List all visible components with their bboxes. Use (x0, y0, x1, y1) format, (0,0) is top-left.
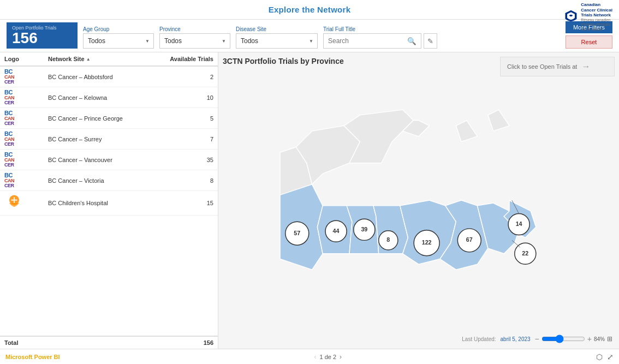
cell-trials-1: 10 (170, 94, 213, 101)
cell-site-2: BC Cancer – Prince George (48, 115, 170, 122)
search-icon-button[interactable]: 🔍 (403, 35, 421, 47)
map-info-text: Click to see Open Trials at (507, 63, 577, 70)
search-wrapper: Trial Full Title 🔍 ✎ (323, 26, 437, 49)
bubble-sk-text: 39 (361, 225, 367, 232)
col-logo: Logo (4, 56, 48, 62)
col-site: Network Site ▲ (48, 56, 170, 62)
footer-total-label: Total (4, 339, 18, 346)
right-panel: 3CTN Portfolio Trials by Province Click … (218, 52, 619, 349)
bc-cancer-logo-2: BC CAN CER (4, 110, 14, 126)
bubble-qc-text: 67 (466, 236, 473, 243)
zoom-slider[interactable] (541, 335, 585, 343)
table-header: Logo Network Site ▲ Available Trials (0, 52, 218, 67)
map-container: .province { fill: #a8c8e8; stroke: #fff;… (223, 72, 615, 333)
search-input[interactable] (324, 35, 403, 47)
cell-site-3: BC Cancer – Surrey (48, 136, 170, 142)
bc-cancer-logo-1: BC CAN CER (4, 89, 14, 105)
bottom-bar: Microsoft Power BI ‹ 1 de 2 › ⬡ ⤢ (0, 349, 619, 364)
powerbi-link[interactable]: Microsoft Power BI (5, 354, 60, 360)
cell-trials-3: 7 (170, 136, 213, 142)
bubble-atl2-text: 22 (522, 249, 528, 256)
bc-cancer-logo-4: BC CAN CER (4, 152, 14, 168)
age-group-label: Age Group (83, 26, 154, 32)
cell-site-6: BC Children's Hospital (48, 200, 170, 206)
footer-count: 156 (204, 339, 213, 346)
cell-trials-5: 8 (170, 177, 213, 184)
map-expand-icon-button[interactable]: ⊞ (607, 335, 612, 343)
cell-logo-0: BC CAN CER (4, 69, 48, 85)
bubble-mb-text: 8 (386, 236, 390, 243)
logo-text: CanadianCancer ClinicalTrials Network Ré… (581, 2, 612, 32)
cell-logo-1: BC CAN CER (4, 89, 48, 105)
search-input-wrap: 🔍 (323, 33, 421, 49)
bubble-on-text: 122 (422, 239, 432, 246)
cell-site-1: BC Cancer – Kelowna (48, 94, 170, 101)
province-label: Province (159, 26, 230, 32)
canada-map[interactable]: .province { fill: #a8c8e8; stroke: #fff;… (260, 88, 577, 318)
top-bar: Explore the Network CanadianCancer Clini… (0, 0, 619, 20)
cell-logo-2: BC CAN CER (4, 110, 48, 126)
filter-bar: Open Portfolio Trials 156 Age Group Todo… (0, 20, 619, 52)
bubble-atl1-text: 14 (516, 220, 522, 226)
cell-trials-2: 5 (170, 115, 213, 122)
cell-site-4: BC Cancer – Vancouver (48, 157, 170, 163)
col-trials: Available Trials (170, 56, 213, 62)
table-footer: Total 156 (0, 336, 218, 349)
cell-site-0: BC Cancer – Abbotsford (48, 74, 170, 80)
trial-title-label: Trial Full Title (323, 26, 437, 32)
cell-site-5: BC Cancer – Victoria (48, 177, 170, 184)
zoom-plus-icon[interactable]: + (587, 335, 592, 343)
zoom-minus-icon[interactable]: − (535, 335, 539, 343)
fullscreen-icon-button[interactable]: ⤢ (607, 353, 614, 361)
cell-logo-5: BC CAN CER (4, 172, 48, 188)
table-row[interactable]: BC Children's Hospital 15 (0, 191, 218, 216)
reset-button[interactable]: Reset (566, 35, 612, 49)
map-footer: Last Updated: abril 5, 2023 − + 84% ⊞ (223, 333, 615, 344)
bc-cancer-logo-0: BC CAN CER (4, 69, 14, 85)
province-filter: Province Todos (159, 26, 230, 49)
cell-trials-6: 15 (170, 200, 213, 206)
bc-cancer-logo-5: BC CAN CER (4, 172, 14, 188)
table-row[interactable]: BC CAN CER BC Cancer – Surrey 7 (0, 129, 218, 150)
childrens-hospital-logo (4, 193, 24, 213)
prev-page-button[interactable]: ‹ (314, 353, 317, 361)
table-body: BC CAN CER BC Cancer – Abbotsford 2 BC C… (0, 67, 218, 336)
table-row[interactable]: BC CAN CER BC Cancer – Kelowna 10 (0, 87, 218, 108)
table-row[interactable]: BC CAN CER BC Cancer – Prince George 5 (0, 108, 218, 129)
pen-icon: ✎ (427, 37, 433, 45)
pen-icon-button[interactable]: ✎ (424, 33, 437, 49)
province-nu[interactable] (344, 110, 413, 163)
cell-logo-4: BC CAN CER (4, 152, 48, 168)
map-title: 3CTN Portfolio Trials by Province (223, 57, 344, 65)
portfolio-box: Open Portfolio Trials 156 (7, 22, 78, 49)
arrow-right-icon: → (581, 62, 590, 71)
bottom-icons: ⬡ ⤢ (596, 353, 614, 361)
disease-site-label: Disease Site (236, 26, 318, 32)
sort-arrow-icon: ▲ (86, 57, 91, 62)
age-group-filter: Age Group Todos (83, 26, 154, 49)
share-icon-button[interactable]: ⬡ (596, 353, 603, 361)
disease-site-select-wrapper[interactable]: Todos (236, 33, 318, 49)
table-row[interactable]: BC CAN CER BC Cancer – Abbotsford 2 (0, 67, 218, 87)
page-indicator: 1 de 2 (320, 354, 337, 360)
age-group-select[interactable]: Todos (83, 33, 154, 49)
province-select-wrapper[interactable]: Todos (159, 33, 230, 49)
table-row[interactable]: BC CAN CER BC Cancer – Victoria 8 (0, 170, 218, 191)
ellesmere[interactable] (488, 110, 509, 131)
zoom-percent: 84% (594, 336, 605, 342)
last-updated-date: abril 5, 2023 (501, 336, 531, 342)
table-row[interactable]: BC CAN CER BC Cancer – Vancouver 35 (0, 150, 218, 170)
province-select[interactable]: Todos (159, 33, 230, 49)
age-group-select-wrapper[interactable]: Todos (83, 33, 154, 49)
next-page-button[interactable]: › (340, 353, 342, 361)
disease-site-filter: Disease Site Todos (236, 26, 318, 49)
cell-logo-3: BC CAN CER (4, 131, 48, 147)
disease-site-select[interactable]: Todos (236, 33, 318, 49)
left-panel: Logo Network Site ▲ Available Trials BC … (0, 52, 218, 349)
last-updated-label: Last Updated: (462, 336, 496, 342)
logo-area: CanadianCancer ClinicalTrials Network Ré… (563, 2, 612, 32)
bc-cancer-logo-3: BC CAN CER (4, 131, 14, 147)
baffin-island[interactable] (456, 120, 477, 141)
3ctn-logo-icon (563, 9, 579, 25)
search-icon: 🔍 (407, 37, 416, 45)
